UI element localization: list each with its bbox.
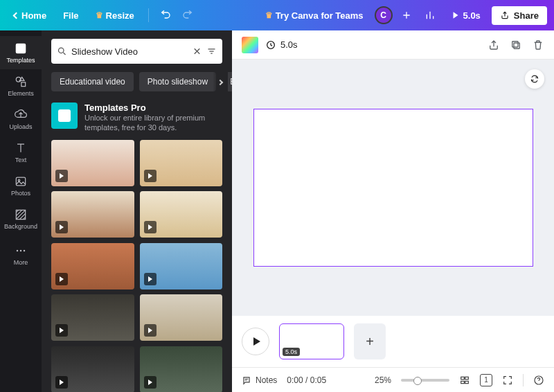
- rail-background[interactable]: Background: [0, 202, 42, 235]
- color-swatch-button[interactable]: [242, 37, 258, 53]
- delete-page-icon[interactable]: [532, 39, 544, 51]
- resize-button[interactable]: ♛ Resize: [89, 6, 141, 25]
- resize-label: Resize: [106, 10, 134, 21]
- editor-footer: Notes 0:00 / 0:05 25% 1: [232, 367, 554, 392]
- main-area: Templates Elements Uploads Text Photos B…: [0, 30, 554, 392]
- rail-more[interactable]: More: [0, 238, 42, 271]
- topbar-left: Home File ♛ Resize: [7, 6, 197, 25]
- rail-label: Photos: [11, 190, 30, 197]
- timeline-play-button[interactable]: [242, 328, 269, 355]
- crown-icon: ♛: [96, 10, 103, 20]
- chevron-right-icon: [217, 80, 223, 85]
- play-icon: [144, 273, 157, 285]
- grid-view-icon[interactable]: [459, 375, 470, 386]
- template-thumb[interactable]: [140, 346, 223, 392]
- share-button[interactable]: Share: [492, 6, 547, 25]
- play-icon: [55, 221, 68, 233]
- svg-rect-11: [514, 43, 519, 48]
- play-icon: [144, 170, 157, 182]
- user-avatar[interactable]: C: [375, 6, 393, 24]
- svg-point-7: [20, 250, 22, 252]
- timecode-text: 0:00 / 0:05: [287, 375, 326, 385]
- rail-elements[interactable]: Elements: [0, 69, 42, 103]
- redo-button[interactable]: [178, 6, 197, 25]
- rail-photos[interactable]: Photos: [0, 169, 42, 202]
- filter-icon[interactable]: [206, 46, 217, 57]
- template-thumb[interactable]: [140, 243, 223, 289]
- separator: [148, 8, 149, 22]
- search-box: [51, 39, 222, 64]
- play-icon: [144, 221, 157, 233]
- template-thumb[interactable]: [51, 191, 134, 238]
- template-thumb[interactable]: [51, 294, 134, 341]
- present-time: 5.0s: [463, 10, 481, 21]
- chip-photo-slideshow[interactable]: Photo slideshow: [139, 72, 216, 91]
- promo-title: Templates Pro: [84, 103, 222, 113]
- play-icon: [144, 376, 157, 389]
- svg-rect-0: [16, 44, 25, 53]
- svg-point-8: [24, 250, 26, 252]
- add-collaborator-button[interactable]: [397, 6, 416, 25]
- play-icon: [55, 170, 68, 182]
- svg-rect-15: [461, 381, 465, 383]
- svg-rect-12: [512, 41, 518, 46]
- templates-pro-promo[interactable]: Templates Pro Unlock our entire library …: [51, 103, 222, 133]
- template-thumb[interactable]: [51, 346, 134, 392]
- svg-point-6: [17, 250, 19, 252]
- svg-rect-13: [461, 377, 465, 379]
- rail-text[interactable]: Text: [0, 136, 42, 169]
- rail-label: More: [14, 259, 28, 266]
- page-number-button[interactable]: 1: [480, 374, 492, 386]
- page-duration-button[interactable]: 5.0s: [265, 39, 298, 51]
- notes-button[interactable]: Notes: [242, 375, 277, 385]
- refresh-icon: [530, 74, 539, 84]
- canvas-page[interactable]: [253, 109, 533, 267]
- canvas-stage-container[interactable]: [232, 60, 554, 316]
- fullscreen-icon[interactable]: [502, 375, 513, 386]
- add-page-button[interactable]: +: [354, 323, 386, 359]
- home-label: Home: [21, 10, 46, 21]
- search-input[interactable]: [71, 46, 188, 57]
- search-row: [42, 30, 232, 69]
- zoom-slider[interactable]: [401, 379, 449, 382]
- home-button[interactable]: Home: [7, 6, 53, 25]
- svg-rect-16: [465, 381, 469, 383]
- timeline-bar: 5.0s +: [232, 316, 554, 367]
- templates-grid[interactable]: [42, 140, 232, 392]
- zoom-level: 25%: [375, 375, 391, 385]
- export-page-icon[interactable]: [488, 39, 500, 51]
- undo-button[interactable]: [156, 6, 175, 25]
- template-thumb[interactable]: [140, 191, 223, 238]
- timeline-slide-thumb[interactable]: 5.0s: [279, 323, 344, 359]
- rail-label: Background: [4, 223, 37, 230]
- help-icon[interactable]: [533, 375, 544, 386]
- template-thumb[interactable]: [51, 243, 134, 289]
- template-thumb[interactable]: [140, 140, 223, 186]
- chip-educational-video[interactable]: Educational video: [51, 72, 134, 91]
- auto-animate-button[interactable]: [525, 69, 544, 89]
- chips-scroll-right[interactable]: [213, 72, 228, 93]
- template-thumb[interactable]: [51, 140, 134, 186]
- rail-templates[interactable]: Templates: [0, 36, 42, 69]
- analytics-button[interactable]: [420, 6, 440, 25]
- play-icon: [55, 376, 68, 389]
- footer-right: 25% 1: [375, 374, 544, 386]
- svg-rect-3: [16, 177, 25, 186]
- promo-text: Templates Pro Unlock our entire library …: [84, 103, 222, 133]
- svg-rect-2: [21, 82, 26, 87]
- notes-icon: [242, 375, 251, 385]
- search-icon: [57, 46, 67, 57]
- templates-panel: Educational video Photo slideshow Bu Tem…: [42, 30, 232, 392]
- try-teams-button[interactable]: ♛ Try Canva for Teams: [258, 6, 370, 25]
- page-duration-value: 5.0s: [280, 39, 298, 50]
- present-button[interactable]: 5.0s: [444, 6, 488, 25]
- share-label: Share: [514, 10, 539, 21]
- file-menu-button[interactable]: File: [56, 6, 85, 25]
- svg-point-9: [59, 48, 64, 53]
- rail-label: Uploads: [9, 123, 32, 130]
- clear-search-icon[interactable]: [192, 46, 202, 57]
- duplicate-page-icon[interactable]: [510, 39, 522, 51]
- rail-uploads[interactable]: Uploads: [0, 103, 42, 136]
- template-thumb[interactable]: [140, 294, 223, 341]
- crown-icon: ♛: [265, 10, 273, 20]
